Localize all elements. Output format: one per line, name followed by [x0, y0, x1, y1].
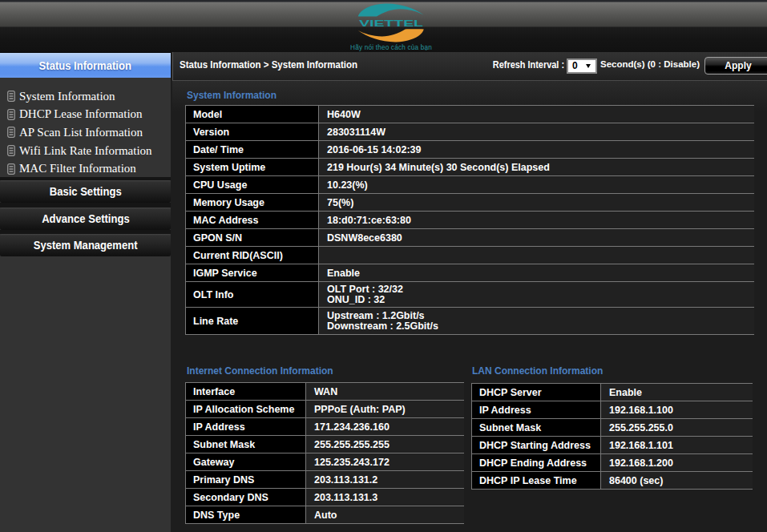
svg-text:VIETTEL: VIETTEL — [359, 18, 423, 28]
